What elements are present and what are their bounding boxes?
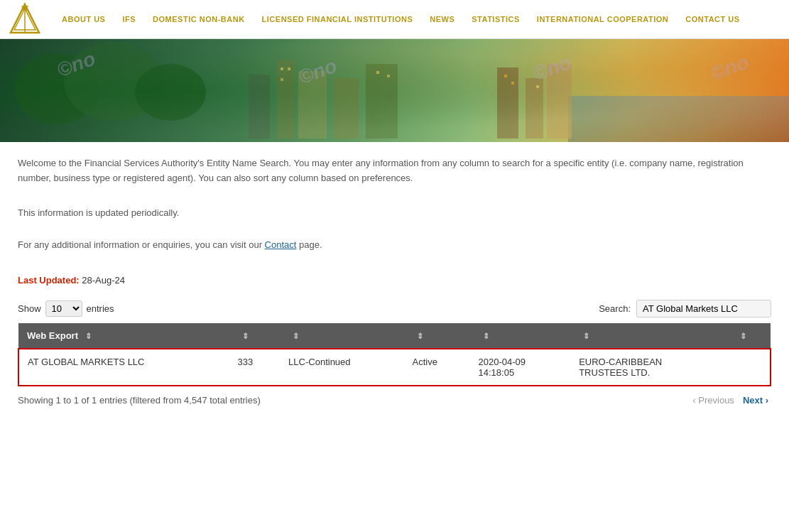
nav-link-domestic-non-bank[interactable]: DOMESTIC NON-BANK [144,15,254,23]
svg-rect-20 [497,67,518,139]
col-4[interactable]: ⇕ [404,323,470,349]
table-cell-5: 2020-04-0914:18:05 [470,349,571,386]
nav-link-licensed-fi[interactable]: LICENSED FINANCIAL INSTITUTIONS [254,15,422,23]
search-input[interactable] [636,300,771,317]
enquiry-paragraph: For any additional information or enquir… [18,239,771,250]
next-button[interactable]: Next › [740,393,771,407]
svg-rect-17 [281,78,283,81]
show-label: Show [18,303,41,314]
table-cell-3: LLC-Continued [280,349,403,386]
show-entries-control: Show 10 25 50 100 entries [18,300,114,317]
col-7[interactable]: ⇕ [727,323,771,349]
prev-button[interactable]: ‹ Previous [690,393,737,407]
col-2[interactable]: ⇕ [229,323,281,349]
entries-select[interactable]: 10 25 50 100 [45,300,82,317]
sort-arrows-7: ⇕ [740,332,746,341]
table-footer: Showing 1 to 1 of 1 entries (filtered fr… [18,393,771,407]
svg-rect-21 [526,78,543,139]
col-web-export[interactable]: Web Export ⇕ [18,323,229,349]
svg-rect-15 [281,67,283,70]
sort-arrows-1: ⇕ [85,332,92,341]
entries-label: entries [87,303,114,314]
table-row: AT GLOBAL MARKETS LLC333LLC-ContinuedAct… [18,349,771,386]
sort-arrows-3: ⇕ [293,332,299,341]
sort-arrows-2: ⇕ [242,332,249,341]
pagination: ‹ Previous Next › [690,393,771,407]
svg-rect-11 [277,60,295,139]
update-notice: This information is updated periodically… [18,207,771,218]
main-content: Welcome to the Financial Services Author… [0,142,789,421]
search-label: Search: [599,303,631,314]
navigation: ABOUT US IFS DOMESTIC NON-BANK LICENSED … [0,0,789,39]
svg-point-9 [135,64,206,121]
logo[interactable] [7,1,43,37]
col-5[interactable]: ⇕ [470,323,571,349]
nav-link-about-us[interactable]: ABOUT US [53,15,114,23]
search-box: Search: [599,300,771,317]
svg-rect-14 [366,64,398,139]
svg-rect-13 [334,78,359,139]
table-cell-2: 333 [229,349,281,386]
table-cell-1: AT GLOBAL MARKETS LLC [18,349,229,386]
svg-rect-10 [249,75,270,139]
svg-rect-12 [298,71,327,139]
sort-arrows-6: ⇕ [583,332,589,341]
last-updated-date: 28-Aug-24 [82,275,125,286]
table-controls: Show 10 25 50 100 entries Search: [18,300,771,317]
showing-text: Showing 1 to 1 of 1 entries (filtered fr… [18,395,261,406]
svg-rect-25 [536,85,539,88]
table-cell-7 [727,349,771,386]
svg-rect-6 [568,96,789,142]
enquiry-text-suffix: page. [299,239,322,250]
nav-link-ifs[interactable]: IFS [114,15,144,23]
nav-link-contact-us[interactable]: CONTACT US [677,15,748,23]
intro-paragraph: Welcome to the Financial Services Author… [18,156,771,186]
svg-rect-23 [504,75,507,77]
svg-rect-24 [511,82,514,85]
sort-arrows-4: ⇕ [417,332,423,341]
contact-link[interactable]: Contact [265,239,297,250]
table-header-row: Web Export ⇕ ⇕ ⇕ ⇕ ⇕ ⇕ [18,323,771,349]
svg-rect-18 [376,71,379,74]
last-updated-label: Last Updated: [18,275,80,286]
sort-arrows-5: ⇕ [483,332,489,341]
nav-link-statistics[interactable]: STATISTICS [463,15,528,23]
nav-links-container: ABOUT US IFS DOMESTIC NON-BANK LICENSED … [53,15,782,23]
hero-image: ©no ©no ©no ©no [0,39,789,142]
enquiry-text-prefix: For any additional information or enquir… [18,239,262,250]
svg-rect-22 [547,64,572,139]
col-3[interactable]: ⇕ [280,323,403,349]
nav-link-international-cooperation[interactable]: INTERNATIONAL COOPERATION [528,15,677,23]
last-updated: Last Updated: 28-Aug-24 [18,275,771,286]
nav-link-news[interactable]: NEWS [421,15,463,23]
table-cell-6: EURO-CARIBBEANTRUSTEES LTD. [570,349,727,386]
table-cell-4: Active [404,349,470,386]
svg-rect-19 [387,75,390,77]
svg-rect-16 [288,67,290,70]
col-6[interactable]: ⇕ [570,323,727,349]
data-table: Web Export ⇕ ⇕ ⇕ ⇕ ⇕ ⇕ [18,323,771,386]
